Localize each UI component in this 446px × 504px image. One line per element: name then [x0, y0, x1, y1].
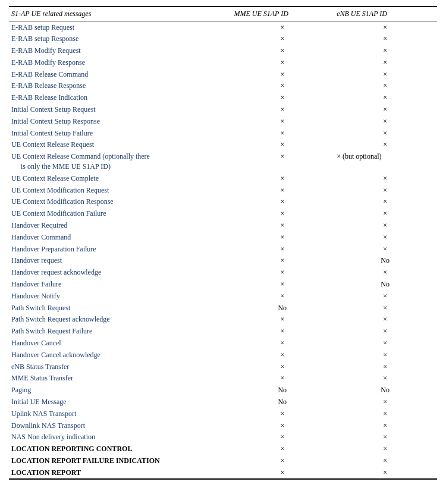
- table-row: Uplink NAS Transport××: [9, 408, 437, 420]
- enb-cell: ×: [334, 92, 437, 104]
- mme-cell: ×: [231, 231, 334, 243]
- message-cell: Handover request acknowledge: [9, 267, 231, 279]
- x-mark: ×: [383, 421, 387, 430]
- table-row: Handover Notify××: [9, 290, 437, 302]
- mme-cell: No: [231, 385, 334, 396]
- table-row: Path Switch Request Failure××: [9, 326, 437, 338]
- table-row: UE Context Modification Failure××: [9, 208, 437, 220]
- table-row: Initial Context Setup Response××: [9, 115, 437, 127]
- message-cell: eNB Status Transfer: [9, 361, 231, 373]
- x-mark: ×: [280, 421, 284, 430]
- table-row: E-RAB Release Indication××: [9, 92, 437, 104]
- message-cell: UE Context Release Command (optionally t…: [9, 151, 231, 173]
- x-mark: ×: [383, 221, 387, 229]
- message-cell: E-RAB Modify Request: [9, 45, 231, 57]
- message-cell: UE Context Modification Request: [9, 184, 231, 196]
- x-mark: ×: [280, 70, 284, 78]
- message-cell: MME Status Transfer: [9, 373, 231, 385]
- table-row: Handover Required××: [9, 220, 437, 232]
- x-mark: ×: [383, 58, 387, 67]
- mme-cell: ×: [231, 326, 334, 338]
- x-mark: ×: [383, 410, 387, 418]
- table-row: E-RAB Release Command××: [9, 68, 437, 80]
- mme-cell: ×: [231, 139, 334, 151]
- mme-cell: ×: [231, 104, 334, 116]
- no-value: No: [278, 398, 287, 406]
- mme-cell: ×: [231, 68, 334, 80]
- enb-cell: ×: [334, 467, 437, 479]
- mme-cell: ×: [231, 420, 334, 431]
- mme-cell: No: [231, 396, 334, 408]
- x-mark: ×: [280, 105, 284, 114]
- table-row: LOCATION REPORT FAILURE INDICATION××: [9, 455, 437, 467]
- mme-cell: ×: [231, 220, 334, 232]
- x-mark: ×: [383, 117, 387, 125]
- enb-cell: ×: [334, 172, 437, 184]
- enb-cell: ×: [334, 361, 437, 373]
- x-mark: ×: [383, 315, 387, 323]
- message-cell: Initial Context Setup Response: [9, 115, 231, 127]
- x-mark: ×: [280, 410, 284, 418]
- enb-cell: ×: [334, 127, 437, 139]
- x-mark: ×: [383, 34, 387, 43]
- x-mark: ×: [280, 221, 284, 229]
- table-row: MME Status Transfer××: [9, 373, 437, 385]
- x-mark: ×: [280, 93, 284, 102]
- message-cell: Handover request: [9, 255, 231, 267]
- x-mark: ×: [280, 186, 284, 194]
- mme-cell: ×: [231, 431, 334, 443]
- message-continuation: is only the MME UE S1AP ID): [11, 162, 111, 171]
- mme-cell: ×: [231, 184, 334, 196]
- col-header-mme: MME UE S1AP ID: [231, 7, 334, 21]
- message-cell: UE Context Modification Response: [9, 196, 231, 208]
- x-mark: ×: [383, 433, 387, 441]
- message-cell: Handover Cancel: [9, 338, 231, 349]
- no-value: No: [381, 280, 390, 288]
- enb-cell: ×: [334, 302, 437, 314]
- x-mark: ×: [383, 23, 387, 32]
- enb-cell: ×: [334, 420, 437, 431]
- enb-cell: ×: [334, 338, 437, 349]
- message-cell: Initial UE Message: [9, 396, 231, 408]
- x-mark: ×: [383, 81, 387, 90]
- x-mark: ×: [383, 351, 387, 359]
- enb-cell: ×: [334, 208, 437, 220]
- x-mark: ×: [383, 105, 387, 114]
- enb-cell: ×: [334, 396, 437, 408]
- mme-cell: ×: [231, 314, 334, 326]
- x-mark: ×: [280, 256, 284, 264]
- x-mark: ×: [280, 280, 284, 288]
- table-row: Initial UE MessageNo×: [9, 396, 437, 408]
- message-cell: E-RAB Release Response: [9, 80, 231, 92]
- enb-cell: ×: [334, 80, 437, 92]
- no-value: No: [278, 386, 287, 394]
- x-mark: ×: [280, 174, 284, 182]
- table-row: LOCATION REPORTING CONTROL××: [9, 443, 437, 455]
- x-mark: ×: [383, 327, 387, 335]
- enb-cell: No: [334, 385, 437, 396]
- mme-cell: ×: [231, 443, 334, 455]
- x-mark: ×: [280, 245, 284, 253]
- x-mark: ×: [280, 292, 284, 300]
- mme-cell: ×: [231, 338, 334, 349]
- enb-cell: ×: [334, 373, 437, 385]
- x-mark: ×: [280, 327, 284, 335]
- x-mark: ×: [383, 245, 387, 253]
- message-cell: E-RAB setup Request: [9, 21, 231, 33]
- table-row: Handover Command××: [9, 231, 437, 243]
- x-mark: ×: [383, 209, 387, 218]
- enb-cell: ×: [334, 104, 437, 116]
- table-row: E-RAB Modify Response××: [9, 56, 437, 68]
- no-value: No: [381, 256, 390, 264]
- enb-cell: ×: [334, 115, 437, 127]
- table-row: Initial Context Setup Failure××: [9, 127, 437, 139]
- s1ap-table: S1-AP UE related messages MME UE S1AP ID…: [9, 6, 437, 480]
- mme-cell: ×: [231, 151, 334, 173]
- enb-cell: ×: [334, 455, 437, 467]
- enb-cell: ×: [334, 290, 437, 302]
- message-cell: E-RAB Release Indication: [9, 92, 231, 104]
- enb-cell: ×: [334, 184, 437, 196]
- x-mark: ×: [280, 23, 284, 32]
- enb-cell: No: [334, 255, 437, 267]
- x-mark: ×: [383, 70, 387, 78]
